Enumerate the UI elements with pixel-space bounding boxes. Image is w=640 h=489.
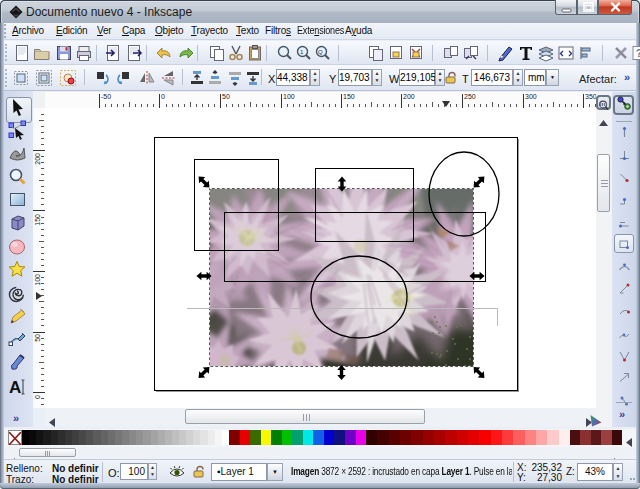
svg-text:?: ?: [636, 47, 640, 59]
svg-text:A: A: [9, 378, 21, 397]
svg-text:Q: Q: [318, 49, 323, 55]
